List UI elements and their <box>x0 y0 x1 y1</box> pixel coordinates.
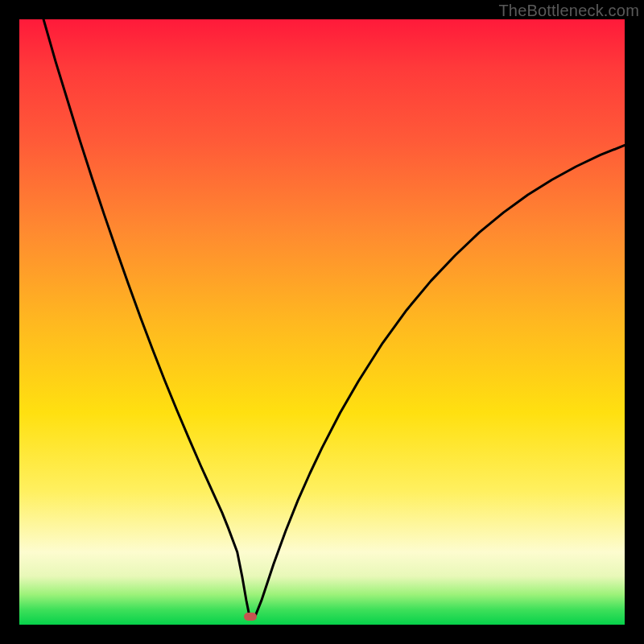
watermark-text: TheBottleneck.com <box>498 2 639 20</box>
optimal-point-marker <box>244 613 257 621</box>
chart-frame <box>19 19 625 625</box>
chart-gradient-background <box>19 19 625 625</box>
